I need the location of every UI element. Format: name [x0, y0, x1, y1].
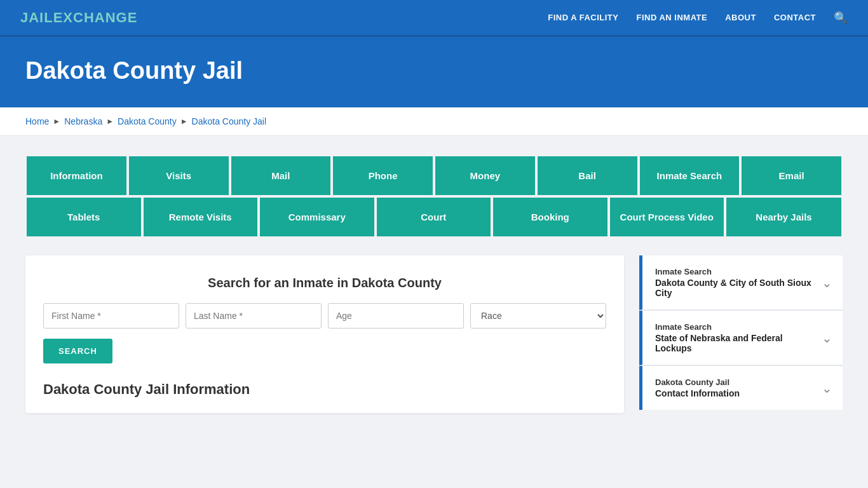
breadcrumb-home[interactable]: Home [25, 116, 49, 126]
btn-phone[interactable]: Phone [332, 155, 434, 196]
btn-information[interactable]: Information [25, 155, 128, 196]
content-area: Search for an Inmate in Dakota County Ra… [25, 255, 843, 413]
btn-mail[interactable]: Mail [230, 155, 332, 196]
info-section-heading: Dakota County Jail Information [43, 381, 606, 398]
hero-section: Dakota County Jail [0, 37, 868, 107]
btn-tablets[interactable]: Tablets [25, 196, 142, 238]
feature-button-grid: Information Visits Mail Phone Money Bail… [25, 155, 843, 238]
logo-part2: EXCHANGE [53, 10, 138, 25]
search-icon[interactable]: 🔍 [834, 11, 848, 25]
last-name-input[interactable] [186, 303, 322, 329]
right-panel: Inmate Search Dakota County & City of So… [639, 255, 843, 410]
first-name-input[interactable] [43, 303, 179, 329]
search-title: Search for an Inmate in Dakota County [43, 276, 606, 290]
nav-links: FIND A FACILITY FIND AN INMATE ABOUT CON… [548, 11, 848, 25]
btn-email[interactable]: Email [740, 155, 843, 196]
sidebar-item-label-0: Inmate Search [655, 267, 822, 276]
breadcrumb: Home ► Nebraska ► Dakota County ► Dakota… [25, 116, 843, 126]
sidebar-item-inmate-search-state[interactable]: Inmate Search State of Nebraska and Fede… [639, 311, 843, 365]
sidebar-item-sub-0: Dakota County & City of South Sioux City [655, 278, 822, 298]
sidebar-item-sub-1: State of Nebraska and Federal Lockups [655, 333, 822, 353]
chevron-down-icon-1: ⌄ [822, 330, 832, 346]
sidebar-item-inmate-search-local[interactable]: Inmate Search Dakota County & City of So… [639, 255, 843, 310]
btn-visits[interactable]: Visits [128, 155, 230, 196]
sidebar-item-contact-info[interactable]: Dakota County Jail Contact Information ⌄ [639, 366, 843, 410]
nav-find-facility[interactable]: FIND A FACILITY [548, 13, 618, 22]
chevron-down-icon-2: ⌄ [822, 381, 832, 396]
chevron-down-icon-0: ⌄ [822, 275, 832, 290]
breadcrumb-sep1: ► [53, 117, 60, 126]
search-button[interactable]: SEARCH [43, 339, 112, 363]
btn-money[interactable]: Money [434, 155, 536, 196]
race-select[interactable]: Race White Black Hispanic Asian Native A… [470, 303, 606, 329]
nav-about[interactable]: ABOUT [725, 13, 756, 22]
btn-court[interactable]: Court [376, 196, 492, 238]
search-form: Race White Black Hispanic Asian Native A… [43, 303, 606, 329]
nav-contact[interactable]: CONTACT [774, 13, 816, 22]
btn-remote-visits[interactable]: Remote Visits [142, 196, 259, 238]
btn-commissary[interactable]: Commissary [259, 196, 376, 238]
breadcrumb-dakota-jail[interactable]: Dakota County Jail [192, 116, 267, 126]
sidebar-item-sub-2: Contact Information [655, 388, 740, 398]
sidebar-item-label-1: Inmate Search [655, 322, 822, 332]
btn-booking[interactable]: Booking [492, 196, 609, 238]
btn-nearby-jails[interactable]: Nearby Jails [725, 196, 843, 238]
breadcrumb-nebraska[interactable]: Nebraska [64, 116, 102, 126]
page-title: Dakota County Jail [25, 57, 843, 85]
btn-inmate-search[interactable]: Inmate Search [639, 155, 741, 196]
breadcrumb-sep2: ► [106, 117, 114, 126]
age-input[interactable] [328, 303, 464, 329]
logo: JAILEXCHANGE [20, 10, 137, 26]
nav-find-inmate[interactable]: FIND AN INMATE [636, 13, 707, 22]
breadcrumb-bar: Home ► Nebraska ► Dakota County ► Dakota… [0, 107, 868, 136]
left-panel: Search for an Inmate in Dakota County Ra… [25, 255, 624, 413]
logo-part1: JAIL [20, 10, 53, 25]
main-content: Information Visits Mail Phone Money Bail… [0, 136, 868, 432]
breadcrumb-dakota-county[interactable]: Dakota County [118, 116, 177, 126]
btn-court-process-video[interactable]: Court Process Video [609, 196, 726, 238]
breadcrumb-sep3: ► [180, 117, 188, 126]
navbar: JAILEXCHANGE FIND A FACILITY FIND AN INM… [0, 0, 868, 37]
sidebar-item-label-2: Dakota County Jail [655, 377, 740, 387]
btn-bail[interactable]: Bail [536, 155, 639, 196]
